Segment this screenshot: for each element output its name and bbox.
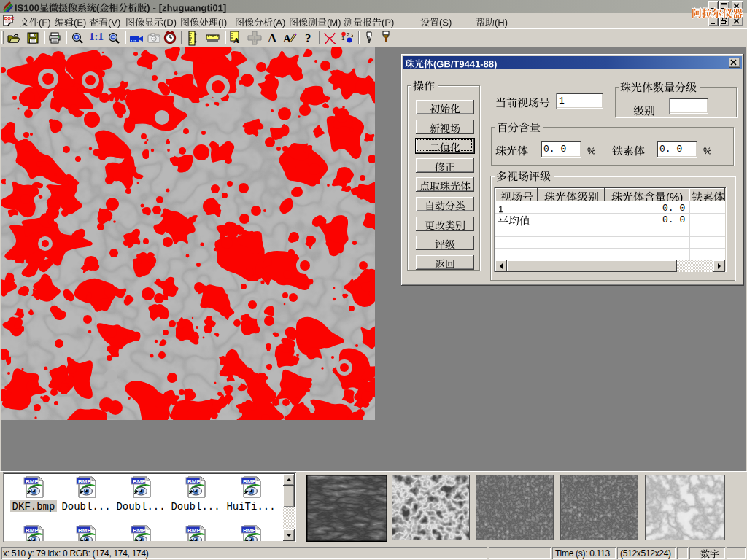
svg-text:1: 1 [341, 35, 345, 42]
svg-text:2: 2 [347, 31, 350, 38]
svg-text:A: A [268, 31, 277, 44]
svg-text:3: 3 [351, 32, 353, 39]
svg-text:?: ? [305, 31, 311, 44]
svg-text:1:1: 1:1 [89, 31, 104, 42]
svg-text:DOC: DOC [4, 16, 15, 20]
svg-text:A: A [233, 36, 239, 44]
